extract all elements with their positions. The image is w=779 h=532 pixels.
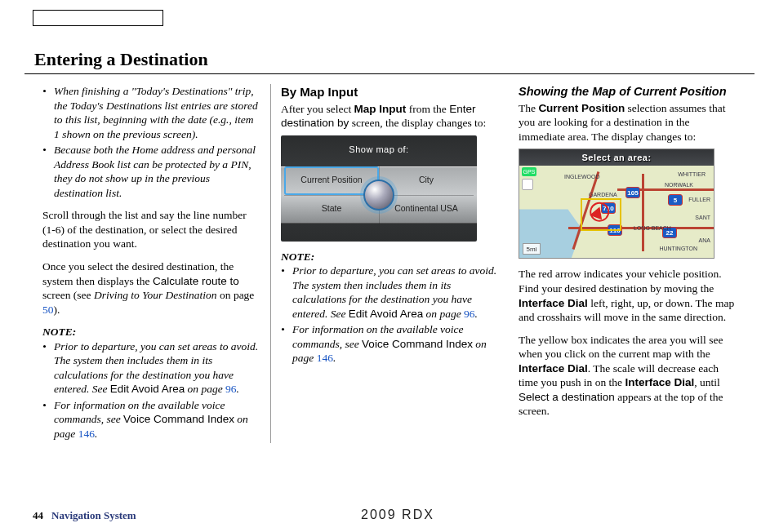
ui-label: Interface Dial xyxy=(519,297,588,309)
column-2: By Map Input After you select Map Input … xyxy=(270,84,509,443)
paragraph: After you select Map Input from the Ente… xyxy=(281,102,499,131)
figure-title: Select an area: xyxy=(519,149,714,166)
screen-name: Edit Avoid Area xyxy=(110,383,185,395)
text: . xyxy=(333,352,336,364)
column-3: Showing the Map of Current Position The … xyxy=(509,84,746,443)
ui-label: Interface Dial xyxy=(625,376,695,388)
xref: Driving to Your Destination xyxy=(94,289,217,301)
text: on page xyxy=(423,308,464,320)
list-item: Prior to departure, you can set areas to… xyxy=(292,264,499,321)
list-item: For information on the available voice c… xyxy=(54,398,260,441)
section-heading: By Map Input xyxy=(281,84,499,100)
screen-name: Calculate route to xyxy=(153,275,239,287)
city-label: NORWALK xyxy=(665,182,693,188)
screen-name: Voice Command Index xyxy=(362,338,473,350)
page-title: Entering a Destination xyxy=(24,49,755,74)
text: . xyxy=(237,383,239,395)
screen-name: Select a destination xyxy=(519,391,615,403)
document-id: 2009 RDX xyxy=(361,508,434,522)
screen-name: Voice Command Index xyxy=(123,413,234,425)
figure-title: Show map of: xyxy=(281,135,477,155)
text: from the xyxy=(406,103,449,115)
paragraph: The red arrow indicates your vehicle pos… xyxy=(519,267,737,324)
text: . xyxy=(475,308,478,320)
text: ). xyxy=(54,304,60,316)
page-link[interactable]: 96 xyxy=(464,308,475,320)
vehicle-position-icon xyxy=(590,205,606,220)
interface-dial-icon xyxy=(363,180,394,211)
content-columns: When finishing a "Today's Destinations" … xyxy=(24,84,755,443)
section-heading: Showing the Map of Current Position xyxy=(519,84,737,100)
column-1: When finishing a "Today's Destinations" … xyxy=(33,84,270,443)
text: The red arrow indicates your vehicle pos… xyxy=(519,268,722,295)
highway-shield: 105 xyxy=(625,187,640,198)
ui-label: Current Position xyxy=(538,102,625,114)
text: on page xyxy=(185,383,225,395)
page-link[interactable]: 50 xyxy=(42,304,54,316)
page-link[interactable]: 146 xyxy=(317,352,333,364)
note-label: NOTE: xyxy=(281,250,499,264)
ui-label: Interface Dial xyxy=(519,362,588,375)
text: The yellow box indicates the area you wi… xyxy=(519,334,723,361)
text: , until xyxy=(694,376,720,388)
city-label: SANT xyxy=(695,215,710,220)
text: The xyxy=(519,102,538,114)
list-item: Because both the Home address and person… xyxy=(54,143,260,200)
header-box xyxy=(33,10,163,26)
city-label: LONG BEACH xyxy=(634,225,671,231)
city-label: ANA xyxy=(699,237,710,243)
figure-select-area-map: Select an area: 105 710 5 110 22 WHITTIE… xyxy=(519,149,714,259)
text: on page xyxy=(217,289,255,301)
ui-label: Map Input xyxy=(354,103,407,115)
section-name: Navigation System xyxy=(51,509,136,522)
page-link[interactable]: 146 xyxy=(78,428,95,440)
paragraph: Scroll through the list and say the line… xyxy=(42,208,260,251)
page-link[interactable]: 96 xyxy=(225,383,237,395)
note-label: NOTE: xyxy=(42,325,260,339)
list-item: Prior to departure, you can set areas to… xyxy=(54,339,260,397)
text: . xyxy=(95,428,97,440)
text: screen, the display changes to: xyxy=(349,117,486,129)
text: After you select xyxy=(281,103,354,115)
page-footer: 44 Navigation System 2009 RDX xyxy=(33,509,746,522)
city-label: WHITTIER xyxy=(678,171,706,177)
screen-name: Edit Avoid Area xyxy=(349,308,423,320)
city-label: HUNTINGTON xyxy=(659,246,697,251)
city-label: INGLEWOOD xyxy=(564,174,600,180)
page-number: 44 xyxy=(33,509,43,522)
city-label: GARDENA xyxy=(589,192,617,197)
city-label: FULLER xyxy=(688,197,710,202)
text: screen (see xyxy=(42,289,94,301)
mic-icon xyxy=(522,179,533,190)
scale-indicator: 5mi xyxy=(523,243,541,255)
list-item: For information on the available voice c… xyxy=(292,322,499,366)
paragraph: The yellow box indicates the area you wi… xyxy=(519,333,737,419)
gps-indicator: GPS xyxy=(522,167,536,176)
list-item: When finishing a "Today's Destinations" … xyxy=(54,84,260,141)
paragraph: Once you select the desired destination,… xyxy=(42,259,260,317)
paragraph: The Current Position selection assumes t… xyxy=(519,101,737,144)
highway-shield: 5 xyxy=(668,194,683,206)
figure-show-map-of: Show map of: Current Position City State… xyxy=(281,135,477,242)
